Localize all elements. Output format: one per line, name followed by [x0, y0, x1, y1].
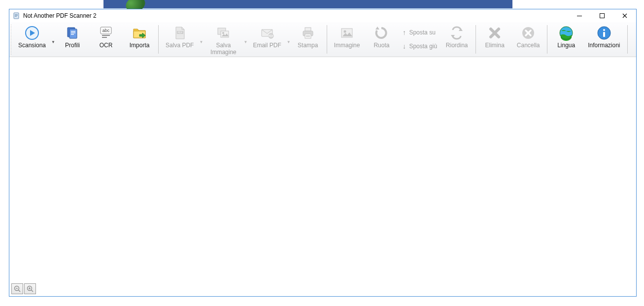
svg-rect-16	[102, 37, 107, 38]
svg-rect-21	[221, 31, 229, 37]
svg-rect-1	[15, 14, 18, 15]
email-pdf-dropdown[interactable]: ▼	[286, 22, 291, 57]
import-button[interactable]: Importa	[123, 22, 156, 57]
toolbar-separator	[327, 25, 327, 54]
move-down-button[interactable]: ↓ Sposta giù	[401, 39, 437, 53]
window-title: Not Another PDF Scanner 2	[23, 12, 568, 19]
rotate-label: Ruota	[373, 42, 389, 49]
clear-label: Cancella	[517, 42, 540, 49]
profiles-button[interactable]: Profili	[56, 22, 89, 57]
reorder-button[interactable]: Riordina	[440, 22, 474, 57]
delete-button[interactable]: Elimina	[478, 22, 511, 57]
toolbar-separator	[475, 25, 476, 54]
move-up-button[interactable]: ↑ Sposta su	[401, 26, 437, 39]
svg-rect-30	[306, 36, 310, 37]
reorder-label: Riordina	[446, 42, 468, 49]
statusbar	[9, 282, 636, 296]
save-image-button[interactable]: Salva Immagine	[203, 22, 243, 57]
move-up-label: Sposta su	[409, 29, 435, 36]
clear-circle-x-icon	[520, 25, 536, 41]
toolbar: Scansiona ▼ Profili	[9, 22, 636, 57]
rotate-icon	[373, 25, 389, 41]
svg-rect-28	[305, 34, 311, 38]
window-controls	[568, 9, 636, 22]
reorder-icon	[449, 25, 465, 41]
toolbar-group-info: Lingua Informazioni	[549, 22, 625, 57]
ocr-button[interactable]: abc OCR	[89, 22, 123, 57]
svg-rect-11	[71, 32, 75, 33]
svg-point-22	[222, 32, 224, 34]
print-label: Stampa	[298, 42, 318, 49]
profiles-label: Profili	[65, 42, 80, 49]
email-pdf-button[interactable]: PDF Email PDF	[248, 22, 286, 57]
about-button[interactable]: Informazioni	[583, 22, 625, 57]
svg-rect-29	[306, 35, 310, 36]
svg-rect-10	[71, 31, 75, 32]
rotate-button[interactable]: Ruota	[365, 22, 398, 57]
toolbar-separator	[158, 25, 159, 54]
info-icon	[596, 25, 612, 41]
svg-text:abc: abc	[102, 28, 110, 33]
svg-line-46	[31, 290, 33, 292]
save-pdf-dropdown[interactable]: ▼	[199, 22, 203, 57]
svg-rect-26	[305, 28, 311, 31]
toolbar-group-scan: Scansiona ▼ Profili	[13, 22, 156, 57]
language-label: Lingua	[557, 42, 575, 49]
printer-icon	[300, 25, 316, 41]
desktop-background-strip	[103, 0, 512, 8]
zoom-out-button[interactable]	[11, 283, 23, 294]
clear-button[interactable]: Cancella	[511, 22, 545, 57]
arrow-up-icon: ↑	[401, 29, 407, 36]
save-image-dropdown[interactable]: ▼	[243, 22, 248, 57]
scan-dropdown[interactable]: ▼	[51, 22, 56, 57]
minimize-button[interactable]	[568, 9, 591, 22]
svg-rect-15	[102, 35, 110, 36]
picture-icon	[339, 25, 355, 41]
arrow-down-icon: ↓	[401, 42, 407, 50]
close-button[interactable]	[613, 9, 636, 22]
maximize-button[interactable]	[591, 9, 613, 22]
zoom-in-button[interactable]	[24, 283, 36, 294]
zoom-out-icon	[14, 285, 21, 292]
scan-label: Scansiona	[18, 42, 46, 49]
ocr-icon: abc	[98, 25, 114, 41]
toolbar-separator	[547, 25, 547, 54]
email-icon: PDF	[259, 25, 275, 41]
zoom-in-icon	[27, 285, 34, 292]
image-button[interactable]: Immagine	[329, 22, 365, 57]
toolbar-group-image: Immagine Ruota ↑ Sposta su ↓	[329, 22, 474, 57]
move-down-label: Sposta giù	[409, 43, 437, 50]
svg-rect-5	[600, 14, 605, 18]
save-pdf-label: Salva PDF	[166, 42, 194, 49]
globe-icon	[558, 25, 574, 41]
svg-rect-3	[15, 16, 17, 17]
titlebar: Not Another PDF Scanner 2	[9, 9, 636, 22]
svg-line-43	[18, 290, 20, 292]
svg-point-40	[603, 29, 605, 31]
toolbar-group-delete: Elimina Cancella	[478, 22, 545, 57]
import-label: Importa	[130, 42, 150, 49]
svg-rect-41	[603, 32, 605, 37]
app-window: Not Another PDF Scanner 2	[9, 9, 637, 297]
folder-import-icon	[132, 25, 147, 41]
play-circle-icon	[24, 25, 40, 41]
app-icon	[12, 12, 20, 20]
move-column: ↑ Sposta su ↓ Sposta giù	[398, 22, 440, 57]
save-image-label: Salva Immagine	[208, 42, 238, 56]
svg-text:PDF: PDF	[177, 31, 182, 34]
language-button[interactable]: Lingua	[549, 22, 583, 57]
svg-rect-2	[15, 15, 18, 16]
toolbar-grip	[10, 24, 12, 55]
ocr-label: OCR	[100, 42, 113, 49]
svg-marker-33	[375, 27, 379, 30]
delete-x-icon	[487, 25, 503, 41]
content-area	[9, 57, 636, 282]
toolbar-group-save: PDF Salva PDF ▼ Salva Immagine ▼	[161, 22, 325, 57]
save-pdf-button[interactable]: PDF Salva PDF	[161, 22, 199, 57]
print-button[interactable]: Stampa	[291, 22, 325, 57]
toolbar-separator	[627, 25, 628, 54]
delete-label: Elimina	[485, 42, 504, 49]
images-icon	[215, 25, 231, 41]
scan-button[interactable]: Scansiona	[13, 22, 51, 57]
svg-rect-9	[69, 29, 77, 38]
